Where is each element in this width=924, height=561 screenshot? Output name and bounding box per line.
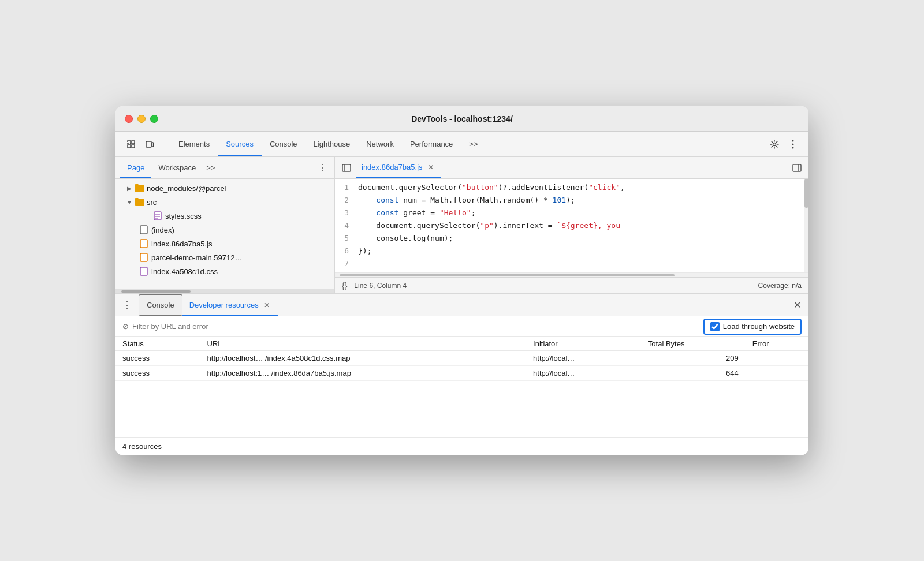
code-line: 2 const num = Math.floor(Math.random() *… (335, 194, 804, 207)
line-content: console.log(num); (358, 232, 799, 245)
svg-rect-1 (132, 141, 135, 144)
devtools-window: DevTools - localhost:1234/ Elements Sour… (116, 106, 808, 455)
line-content: const greet = "Hello"; (358, 207, 799, 219)
table-row[interactable]: success http://localhost… /index.4a508c1… (116, 351, 808, 366)
tab-lighthouse[interactable]: Lighthouse (305, 132, 359, 156)
status-bar-right: Coverage: n/a (758, 282, 802, 290)
line-number: 3 (340, 207, 358, 219)
code-editor[interactable]: 1 document.querySelector("button")?.addE… (335, 179, 804, 272)
close-bottom-panel-icon[interactable]: ✕ (790, 298, 804, 312)
cell-initiator: http://local… (526, 366, 641, 381)
editor-tab-close-icon[interactable]: ✕ (426, 163, 435, 172)
list-item[interactable]: ▶ index.86da7ba5.js (116, 237, 334, 250)
filter-bar: ⊘ Load through website (116, 316, 808, 337)
list-item[interactable]: ▶ parcel-demo-main.59712… (116, 250, 334, 264)
col-header-error: Error (746, 337, 808, 351)
cell-error (746, 351, 808, 366)
cursor-position: Line 6, Column 4 (354, 282, 407, 290)
cell-url: http://localhost… /index.4a508c1d.css.ma… (200, 351, 526, 366)
maximize-button[interactable] (150, 115, 158, 123)
list-item[interactable]: ▶ node_modules/@parcel (116, 181, 334, 195)
device-toggle-icon[interactable] (141, 136, 158, 153)
cell-initiator: http://local… (526, 351, 641, 366)
line-number: 6 (340, 245, 358, 257)
tab-sources[interactable]: Sources (218, 132, 262, 156)
cell-bytes: 644 (641, 366, 746, 381)
format-icon: {} (342, 281, 347, 290)
panel-options-icon[interactable]: ⋮ (316, 161, 330, 175)
folder-arrow-icon: ▶ (125, 184, 134, 193)
line-content: document.querySelector("button")?.addEve… (358, 181, 799, 194)
resource-count: 4 resources (122, 442, 162, 451)
file-name: index.4a508c1d.css (151, 267, 218, 276)
settings-icon[interactable] (766, 136, 783, 153)
tab-elements[interactable]: Elements (170, 132, 218, 156)
svg-point-8 (792, 143, 794, 145)
collapse-panel-icon[interactable] (790, 161, 804, 175)
load-through-website-label[interactable]: Load through website (723, 322, 795, 331)
scrollbar-thumb (804, 179, 808, 208)
bottom-options-icon[interactable]: ⋮ (120, 298, 134, 312)
panel-tabs-more[interactable]: >> (203, 163, 218, 172)
code-line: 7 (335, 257, 804, 270)
line-number: 4 (340, 219, 358, 232)
line-number: 5 (340, 232, 358, 245)
file-name: parcel-demo-main.59712… (151, 253, 243, 262)
svg-rect-15 (140, 240, 147, 248)
horizontal-scrollbar[interactable] (116, 289, 334, 293)
status-bar: {} Line 6, Column 4 Coverage: n/a (335, 277, 808, 293)
resources-footer: 4 resources (116, 437, 808, 455)
resources-table: Status URL Initiator Total Bytes Error s… (116, 337, 808, 437)
folder-open-icon (134, 197, 144, 207)
list-item[interactable]: ▼ src (116, 195, 334, 209)
line-number: 2 (340, 194, 358, 207)
list-item[interactable]: ▶ (index) (116, 223, 334, 237)
line-content: }); (358, 245, 799, 257)
svg-rect-18 (342, 164, 351, 171)
inspect-element-icon[interactable] (122, 136, 140, 153)
traffic-lights (125, 115, 158, 123)
tab-console[interactable]: Console (262, 132, 305, 156)
tab-more[interactable]: >> (461, 132, 486, 156)
tab-performance[interactable]: Performance (402, 132, 461, 156)
more-options-icon[interactable] (784, 136, 802, 153)
tab-close-icon[interactable]: ✕ (262, 301, 271, 310)
list-item[interactable]: ▶ index.4a508c1d.css (116, 264, 334, 278)
line-number: 1 (340, 181, 358, 194)
editor-tabs: index.86da7ba5.js ✕ (335, 157, 808, 179)
cell-error (746, 366, 808, 381)
main-area: Page Workspace >> ⋮ ▶ node_modules/@parc… (116, 157, 808, 293)
editor-tab-active[interactable]: index.86da7ba5.js ✕ (356, 157, 441, 178)
load-through-website-checkbox[interactable] (710, 322, 720, 331)
line-content: const num = Math.floor(Math.random() * 1… (358, 194, 799, 207)
load-through-website-container: Load through website (703, 319, 802, 335)
svg-rect-4 (146, 141, 151, 147)
scrollbar-thumb (121, 290, 191, 293)
horizontal-scrollbar-editor[interactable] (335, 272, 808, 277)
svg-point-9 (792, 147, 794, 148)
cell-status: success (116, 366, 200, 381)
sidebar-toggle-icon[interactable] (340, 161, 353, 175)
tab-page[interactable]: Page (120, 157, 151, 178)
tab-console-bottom[interactable]: Console (139, 294, 182, 316)
filter-input[interactable] (132, 322, 703, 331)
svg-rect-5 (152, 143, 154, 147)
css-file-icon (152, 211, 163, 221)
col-header-status: Status (116, 337, 200, 351)
html-file-icon (139, 225, 149, 235)
list-item[interactable]: ▶ styles.scss (116, 209, 334, 223)
tab-developer-resources[interactable]: Developer resources ✕ (182, 294, 278, 316)
vertical-scrollbar[interactable] (804, 179, 808, 272)
line-content: document.querySelector("p").innerText = … (358, 219, 799, 232)
file-name: src (147, 198, 157, 207)
minimize-button[interactable] (137, 115, 146, 123)
table-row[interactable]: success http://localhost:1… /index.86da7… (116, 366, 808, 381)
coverage-label: Coverage: n/a (758, 282, 802, 290)
code-line: 1 document.querySelector("button")?.addE… (335, 181, 804, 194)
tab-workspace[interactable]: Workspace (151, 157, 203, 178)
css-file-icon-2 (139, 266, 149, 276)
panel-tabs: Page Workspace >> ⋮ (116, 157, 334, 179)
tab-network[interactable]: Network (358, 132, 402, 156)
close-button[interactable] (125, 115, 133, 123)
bottom-panel: ⋮ Console Developer resources ✕ ✕ ⊘ Load… (116, 293, 808, 455)
